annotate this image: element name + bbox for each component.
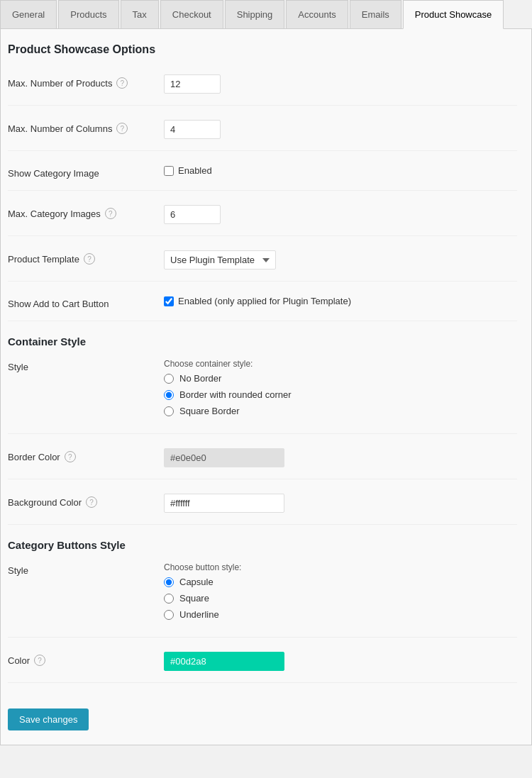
container-style-label: Style [8, 359, 164, 372]
max-products-row: Max. Number of Products ? [8, 74, 517, 106]
button-style-label: Style [8, 562, 164, 576]
border-color-control [164, 448, 517, 467]
tab-tax[interactable]: Tax [121, 0, 159, 28]
choose-container-label: Choose container style: [164, 359, 517, 369]
show-category-image-control: Enabled [164, 165, 517, 176]
max-columns-input[interactable] [164, 120, 221, 139]
button-style-control: Choose button style: Capsule Square Unde… [164, 562, 517, 626]
radio-underline-label: Underline [179, 609, 219, 620]
show-category-image-row: Show Category Image Enabled [8, 165, 517, 191]
show-category-image-label: Show Category Image [8, 165, 164, 179]
background-color-control [164, 494, 517, 513]
show-add-to-cart-checkbox-wrap: Enabled (only applied for Plugin Templat… [164, 296, 517, 306]
save-button[interactable]: Save changes [8, 708, 89, 730]
tab-bar: General Products Tax Checkout Shipping A… [0, 0, 532, 29]
product-template-label: Product Template ? [8, 250, 164, 265]
max-columns-label: Max. Number of Columns ? [8, 120, 164, 134]
radio-capsule-input[interactable] [164, 577, 174, 587]
page-title: Product Showcase Options [8, 43, 517, 62]
button-color-row: Color ? [8, 652, 517, 683]
tab-product-showcase[interactable]: Product Showcase [403, 0, 504, 29]
max-products-control [164, 74, 517, 94]
max-category-images-label: Max. Category Images ? [8, 205, 164, 219]
radio-rounded-input[interactable] [164, 390, 174, 400]
button-color-label: Color ? [8, 652, 164, 666]
radio-underline-input[interactable] [164, 610, 174, 620]
button-color-input[interactable] [164, 652, 284, 671]
background-color-input[interactable] [164, 494, 284, 513]
border-color-help-icon[interactable]: ? [65, 451, 76, 462]
radio-capsule-label: Capsule [179, 577, 214, 587]
tab-shipping[interactable]: Shipping [225, 0, 285, 28]
show-add-to-cart-control: Enabled (only applied for Plugin Templat… [164, 296, 517, 306]
max-category-images-row: Max. Category Images ? [8, 205, 517, 236]
show-category-image-checkbox-wrap: Enabled [164, 165, 517, 176]
radio-square-btn: Square [164, 593, 517, 604]
border-color-label: Border Color ? [8, 448, 164, 462]
tab-products[interactable]: Products [58, 0, 118, 28]
radio-square-border-input[interactable] [164, 406, 174, 416]
content-area: Product Showcase Options Max. Number of … [0, 29, 532, 745]
category-buttons-title: Category Buttons Style [8, 539, 517, 551]
tab-general[interactable]: General [0, 0, 57, 28]
tab-accounts[interactable]: Accounts [286, 0, 348, 28]
max-products-label: Max. Number of Products ? [8, 74, 164, 89]
max-products-help-icon[interactable]: ? [116, 77, 128, 89]
border-color-input[interactable] [164, 448, 284, 467]
radio-square-border: Square Border [164, 406, 517, 416]
max-columns-control [164, 120, 517, 139]
max-category-images-help-icon[interactable]: ? [105, 208, 116, 219]
product-template-control: Use Plugin Template [164, 250, 517, 269]
radio-square-btn-input[interactable] [164, 594, 174, 604]
button-style-radio-group: Choose button style: Capsule Square Unde… [164, 562, 517, 620]
container-style-title: Container Style [8, 335, 517, 348]
radio-square-btn-label: Square [179, 593, 209, 604]
show-add-to-cart-row: Show Add to Cart Button Enabled (only ap… [8, 296, 517, 321]
container-style-radio-group: Choose container style: No Border Border… [164, 359, 517, 416]
show-add-to-cart-checkbox[interactable] [164, 296, 174, 306]
tab-checkout[interactable]: Checkout [160, 0, 223, 28]
show-category-image-checkbox[interactable] [164, 166, 174, 176]
background-color-help-icon[interactable]: ? [86, 496, 97, 508]
choose-button-label: Choose button style: [164, 562, 517, 572]
tab-emails[interactable]: Emails [350, 0, 401, 28]
button-style-row: Style Choose button style: Capsule Squar… [8, 562, 517, 638]
product-template-help-icon[interactable]: ? [84, 253, 95, 265]
background-color-label: Background Color ? [8, 494, 164, 508]
product-template-select[interactable]: Use Plugin Template [164, 250, 276, 269]
max-columns-help-icon[interactable]: ? [116, 123, 128, 134]
radio-no-border-label: No Border [179, 373, 221, 384]
max-category-images-control [164, 205, 517, 224]
radio-no-border-input[interactable] [164, 374, 174, 384]
button-color-help-icon[interactable]: ? [34, 655, 45, 666]
max-products-input[interactable] [164, 74, 221, 94]
product-template-row: Product Template ? Use Plugin Template [8, 250, 517, 282]
radio-underline: Underline [164, 609, 517, 620]
radio-capsule: Capsule [164, 577, 517, 587]
max-columns-row: Max. Number of Columns ? [8, 120, 517, 151]
radio-rounded: Border with rounded corner [164, 389, 517, 400]
radio-square-border-label: Square Border [179, 406, 240, 416]
radio-no-border: No Border [164, 373, 517, 384]
radio-rounded-label: Border with rounded corner [179, 389, 292, 400]
max-category-images-input[interactable] [164, 205, 221, 224]
container-style-row: Style Choose container style: No Border … [8, 359, 517, 434]
container-style-control: Choose container style: No Border Border… [164, 359, 517, 422]
show-add-to-cart-label: Show Add to Cart Button [8, 296, 164, 309]
background-color-row: Background Color ? [8, 494, 517, 525]
border-color-row: Border Color ? [8, 448, 517, 479]
button-color-control [164, 652, 517, 671]
